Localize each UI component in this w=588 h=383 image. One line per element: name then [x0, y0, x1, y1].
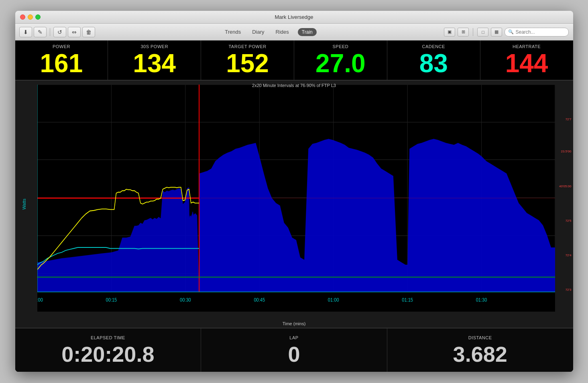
chart-title: 2x20 Minute Intervals at 76-90% of FTP L… [252, 83, 336, 88]
svg-text:01:15: 01:15 [402, 297, 413, 303]
delete-button[interactable]: 🗑 [82, 27, 95, 37]
nav-diary[interactable]: Diary [250, 28, 267, 36]
metric-heartrate: Heartrate 144 [480, 41, 573, 80]
stat-distance: Distance 3.682 [387, 328, 573, 372]
metrics-row: Power 161 30s Power 134 Target Power 152… [15, 41, 573, 81]
main-window: Mark Liversedge ⬇ ✎ ↺ ⇔ 🗑 Trends Diary R… [15, 11, 573, 372]
nav-rides[interactable]: Rides [273, 28, 291, 36]
bottom-stats: Elapsed Time 0:20:20.8 Lap 0 Distance 3.… [15, 328, 573, 372]
y-axis-right-3: 40'05:00 [559, 184, 571, 188]
svg-text:00:30: 00:30 [179, 297, 191, 303]
target-power-value: 152 [226, 51, 269, 76]
main-content: Power 161 30s Power 134 Target Power 152… [15, 41, 573, 372]
svg-text:01:30: 01:30 [476, 297, 487, 303]
y-axis-label: Watts [21, 199, 26, 210]
svg-text:01:00: 01:00 [328, 297, 339, 303]
speed-value: 27.0 [315, 51, 366, 76]
metric-cadence: Cadence 83 [387, 41, 480, 80]
cadence-label: Cadence [422, 44, 445, 49]
metric-power: Power 161 [15, 41, 108, 80]
minimize-button[interactable] [28, 14, 33, 20]
stat-lap: Lap 0 [201, 328, 387, 372]
search-box: 🔍 [505, 28, 569, 36]
svg-text:00:45: 00:45 [254, 297, 265, 303]
speed-label: Speed [333, 44, 349, 49]
arrows-button[interactable]: ⇔ [68, 27, 81, 37]
power-label: Power [53, 44, 70, 49]
separator-1 [50, 28, 50, 36]
distance-label: Distance [468, 335, 492, 340]
refresh-button[interactable]: ↺ [53, 27, 66, 37]
edit-button[interactable]: ✎ [34, 27, 47, 37]
view-single-button[interactable]: ▣ [444, 28, 455, 36]
elapsed-time-value: 0:20:20.8 [61, 343, 154, 365]
x-axis-label: Time (mins) [283, 321, 306, 326]
metric-speed: Speed 27.0 [294, 41, 387, 80]
view-split-button[interactable]: ⊞ [458, 28, 469, 36]
chart-area: 2x20 Minute Intervals at 76-90% of FTP L… [15, 81, 573, 328]
30s-power-value: 134 [133, 51, 176, 76]
metric-30s-power: 30s Power 134 [108, 41, 201, 80]
chart-svg: 0 50 100 150 200 250 300 00:00 00:15 00:… [37, 85, 555, 312]
elapsed-time-label: Elapsed Time [91, 335, 125, 340]
toolbar-right: ▣ ⊞ □ ▦ 🔍 [444, 28, 569, 36]
close-button[interactable] [20, 14, 25, 20]
cadence-value: 83 [419, 51, 448, 76]
nav-trends[interactable]: Trends [222, 28, 243, 36]
stat-elapsed-time: Elapsed Time 0:20:20.8 [15, 328, 201, 372]
lap-value: 0 [288, 343, 300, 365]
lap-label: Lap [289, 335, 298, 340]
view-mode-1-button[interactable]: □ [477, 28, 488, 36]
traffic-lights [20, 14, 41, 20]
distance-value: 3.682 [453, 343, 507, 365]
metric-target-power: Target Power 152 [201, 41, 294, 80]
separator-2 [473, 28, 473, 36]
target-power-label: Target Power [228, 44, 266, 49]
power-value: 161 [40, 51, 83, 76]
window-title: Mark Liversedge [275, 14, 313, 20]
nav-menu: Trends Diary Rides Train [222, 28, 316, 36]
svg-text:00:15: 00:15 [106, 297, 117, 303]
y-axis-right-6: 72'3 [566, 288, 572, 292]
search-icon: 🔍 [508, 29, 514, 34]
nav-train[interactable]: Train [298, 28, 317, 36]
view-mode-2-button[interactable]: ▦ [491, 28, 502, 36]
search-input[interactable] [515, 29, 564, 35]
y-axis-right-top: 72'7 [566, 118, 572, 121]
y-axis-right-5: 72'4 [566, 253, 572, 257]
titlebar: Mark Liversedge [15, 11, 573, 24]
toolbar: ⬇ ✎ ↺ ⇔ 🗑 Trends Diary Rides Train ▣ ⊞ □… [15, 24, 573, 41]
download-button[interactable]: ⬇ [19, 27, 32, 37]
heartrate-value: 144 [505, 51, 548, 76]
y-axis-right-4: 72'5 [566, 219, 572, 223]
svg-text:00:00: 00:00 [37, 297, 43, 303]
heartrate-label: Heartrate [513, 44, 541, 49]
maximize-button[interactable] [35, 14, 41, 20]
30s-power-label: 30s Power [140, 44, 168, 49]
y-axis-right-2: 23.5'00 [561, 150, 572, 153]
